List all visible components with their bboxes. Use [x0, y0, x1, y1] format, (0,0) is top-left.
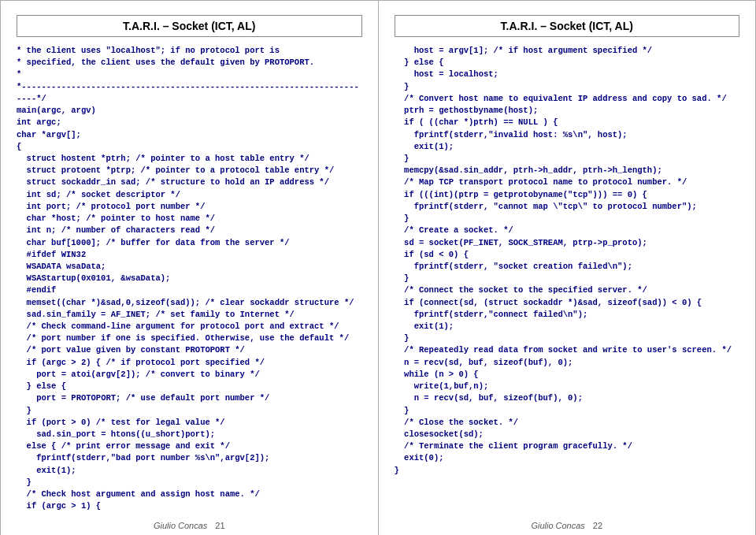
left-title: T.A.R.I. – Socket (ICT, AL)	[17, 15, 362, 37]
right-footer: Giulio Concas 22	[395, 513, 740, 530]
right-footer-author: Giulio Concas	[531, 521, 584, 530]
left-page-number: 21	[215, 521, 224, 530]
left-column: T.A.R.I. – Socket (ICT, AL) * the client…	[0, 0, 379, 535]
left-footer: Giulio Concas 21	[17, 513, 362, 530]
left-code: * the client uses "localhost"; if no pro…	[17, 45, 362, 513]
right-code: host = argv[1]; /* if host argument spec…	[395, 45, 740, 513]
right-column: T.A.R.I. – Socket (ICT, AL) host = argv[…	[379, 0, 757, 535]
page: T.A.R.I. – Socket (ICT, AL) * the client…	[0, 0, 756, 535]
right-title: T.A.R.I. – Socket (ICT, AL)	[395, 15, 740, 37]
left-footer-author: Giulio Concas	[154, 521, 207, 530]
right-page-number: 22	[593, 521, 602, 530]
